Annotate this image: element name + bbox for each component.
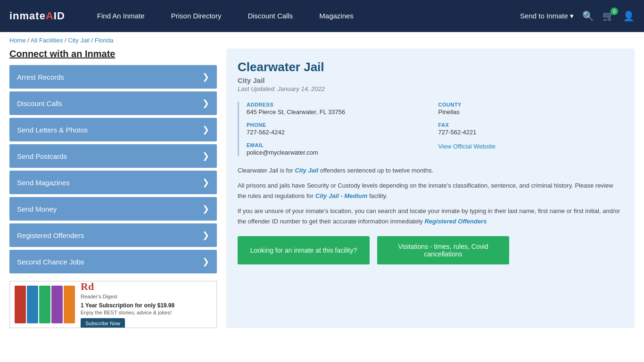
chevron-right-icon: ❯ — [202, 204, 209, 214]
email-value: police@myclearwater.com — [247, 149, 432, 156]
navbar: inmateAID Find An Inmate Prison Director… — [0, 0, 644, 32]
ad-book-1 — [15, 286, 26, 323]
phone-value: 727-562-4242 — [247, 129, 432, 136]
fax-label: FAX — [438, 122, 624, 128]
sidebar-item-label: Send Magazines — [17, 179, 70, 187]
ad-title: Reader's Digest — [81, 294, 212, 299]
breadcrumb: Home / All Facilities / City Jail / Flor… — [0, 32, 644, 49]
breadcrumb-home[interactable]: Home — [9, 37, 26, 44]
action-buttons: Looking for an inmate at this facility? … — [238, 236, 623, 264]
chevron-right-icon: ❯ — [202, 256, 209, 267]
sidebar-title: Connect with an Inmate — [9, 49, 217, 59]
ad-text: Rd Reader's Digest 1 Year Subscription f… — [81, 281, 212, 328]
sidebar-item-send-magazines[interactable]: Send Magazines ❯ — [9, 171, 217, 194]
chevron-right-icon: ❯ — [202, 177, 209, 188]
city-jail-link-1[interactable]: City Jail — [295, 167, 318, 174]
find-inmate-link[interactable]: Find An Inmate — [84, 0, 158, 32]
registered-offenders-link[interactable]: Registered Offenders — [424, 218, 487, 225]
sidebar-item-label: Second Chance Jobs — [17, 258, 84, 266]
city-jail-medium-link[interactable]: City Jail - Medium — [315, 192, 368, 199]
prison-directory-link[interactable]: Prison Directory — [158, 0, 235, 32]
logo-text: inmateAID — [9, 10, 65, 22]
sidebar-item-send-postcards[interactable]: Send Postcards ❯ — [9, 144, 217, 168]
phone-block: PHONE 727-562-4242 — [247, 122, 432, 136]
county-label: COUNTY — [438, 102, 624, 107]
sidebar-item-registered-offenders[interactable]: Registered Offenders ❯ — [9, 223, 217, 247]
chevron-right-icon: ❯ — [202, 151, 209, 161]
address-value: 645 Pierce St, Clearwater, FL 33756 — [247, 108, 432, 115]
ad-logo: Rd — [81, 281, 212, 293]
facility-type: City Jail — [238, 76, 623, 84]
sidebar-item-send-money[interactable]: Send Money ❯ — [9, 197, 217, 221]
sidebar-item-label: Registered Offenders — [17, 231, 84, 239]
sidebar-item-label: Arrest Records — [17, 73, 64, 81]
search-icon[interactable]: 🔍 — [582, 10, 594, 22]
website-link[interactable]: View Official Website — [438, 143, 495, 150]
facility-name: Clearwater Jail — [238, 60, 623, 74]
chevron-right-icon: ❯ — [202, 230, 209, 240]
description-1: Clearwater Jail is for City Jail offende… — [238, 165, 623, 176]
fax-value: 727-562-4221 — [438, 129, 624, 136]
breadcrumb-city-jail[interactable]: City Jail — [68, 37, 90, 44]
nav-find-inmate[interactable]: Find An Inmate — [84, 0, 158, 32]
nav-discount-calls[interactable]: Discount Calls — [234, 0, 306, 32]
website-block: View Official Website — [438, 142, 624, 156]
sidebar-menu: Arrest Records ❯ Discount Calls ❯ Send L… — [9, 65, 217, 273]
sidebar-item-label: Send Postcards — [17, 152, 67, 160]
magazines-link[interactable]: Magazines — [306, 0, 367, 32]
ad-book-4 — [51, 286, 63, 323]
cart-icon[interactable]: 🛒 0 — [603, 10, 614, 22]
ad-sub: Enjoy the BEST stories, advice & jokes! — [81, 310, 212, 315]
ad-inner: Rd Reader's Digest 1 Year Subscription f… — [10, 281, 216, 328]
address-label: ADDRESS — [247, 102, 432, 107]
find-inmate-button[interactable]: Looking for an inmate at this facility? — [238, 236, 370, 264]
county-value: Pinellas — [438, 108, 624, 115]
address-block: ADDRESS 645 Pierce St, Clearwater, FL 33… — [247, 102, 432, 115]
sidebar-item-discount-calls[interactable]: Discount Calls ❯ — [9, 91, 217, 115]
description-3: If you are unsure of your inmate's locat… — [238, 206, 623, 227]
sidebar-item-arrest-records[interactable]: Arrest Records ❯ — [9, 65, 217, 89]
breadcrumb-all-facilities[interactable]: All Facilities — [31, 37, 63, 44]
last-updated: Last Updated: January 14, 2022 — [238, 85, 623, 92]
sidebar-item-label: Send Money — [17, 205, 57, 213]
navbar-right: Looking for an inmate at this facility? … — [520, 10, 635, 22]
visitations-button[interactable]: Visitations - times, rules, Covid cancel… — [377, 236, 509, 264]
ad-banner: Rd Reader's Digest 1 Year Subscription f… — [9, 281, 217, 328]
user-icon[interactable]: 👤 — [623, 10, 635, 22]
sidebar-item-second-chance-jobs[interactable]: Second Chance Jobs ❯ — [9, 250, 217, 273]
sidebar-item-send-letters[interactable]: Send Letters & Photos ❯ — [9, 118, 217, 141]
chevron-right-icon: ❯ — [202, 72, 209, 82]
chevron-right-icon: ❯ — [202, 98, 209, 108]
description-2: All prisons and jails have Security or C… — [238, 181, 623, 201]
nav-links: Find An Inmate Prison Directory Discount… — [84, 0, 520, 32]
nav-prison-directory[interactable]: Prison Directory — [158, 0, 235, 32]
send-to-inmate-label: Send to Inmate ▾ — [520, 12, 574, 20]
logo[interactable]: inmateAID — [9, 10, 65, 22]
discount-calls-link[interactable]: Discount Calls — [234, 0, 306, 32]
sidebar: Connect with an Inmate Arrest Records ❯ … — [9, 49, 217, 328]
nav-magazines[interactable]: Magazines — [306, 0, 367, 32]
ad-book-stack — [15, 286, 75, 323]
send-to-inmate-button[interactable]: Looking for an inmate at this facility? … — [520, 12, 574, 20]
ad-book-3 — [39, 286, 50, 323]
email-block: EMAIL police@myclearwater.com — [247, 142, 432, 156]
cart-count: 0 — [611, 8, 618, 15]
fax-block: FAX 727-562-4221 — [438, 122, 624, 136]
ad-subscribe-button[interactable]: Subscribe Now — [81, 318, 125, 328]
county-block: COUNTY Pinellas — [438, 102, 624, 115]
facility-content: Clearwater Jail City Jail Last Updated: … — [226, 49, 635, 328]
main-container: Connect with an Inmate Arrest Records ❯ … — [0, 49, 644, 342]
email-label: EMAIL — [247, 142, 432, 148]
chevron-right-icon: ❯ — [202, 124, 209, 135]
sidebar-item-label: Discount Calls — [17, 99, 62, 107]
sidebar-item-label: Send Letters & Photos — [17, 126, 88, 134]
info-grid: ADDRESS 645 Pierce St, Clearwater, FL 33… — [238, 102, 623, 156]
ad-book-2 — [27, 286, 38, 323]
ad-offer: 1 Year Subscription for only $19.98 — [81, 302, 212, 309]
breadcrumb-florida[interactable]: Florida — [95, 37, 114, 44]
ad-book-5 — [64, 286, 75, 323]
phone-label: PHONE — [247, 122, 432, 128]
